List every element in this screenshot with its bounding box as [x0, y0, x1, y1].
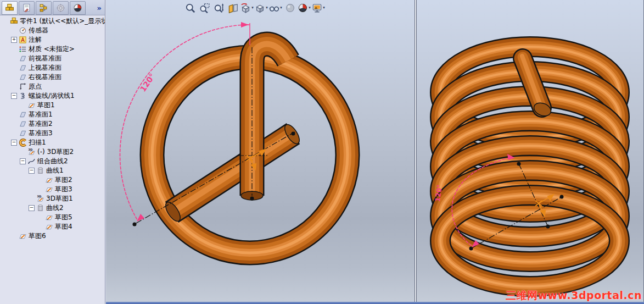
tree-item-10[interactable]: 基准面2 [0, 119, 105, 129]
dropdown-arrow-icon[interactable]: ▾ [251, 5, 254, 10]
tree-item-label: 草图4 [55, 222, 72, 231]
tree-item-8[interactable]: 草图1 [0, 101, 105, 110]
tree-item-12[interactable]: − 扫描1 [0, 138, 105, 147]
panel-tab-dimxpert[interactable] [53, 1, 69, 15]
tree-item-label: 基准面3 [29, 129, 53, 138]
expand-icon[interactable]: + [11, 37, 17, 43]
plane-icon [19, 129, 27, 137]
tree-item-label: 草图3 [55, 185, 72, 194]
tree-item-root[interactable]: 零件1 (默认<<默认>_显示状态 [0, 16, 105, 26]
tree-item-1[interactable]: + 注解 [0, 35, 105, 45]
collapse-icon[interactable]: − [11, 93, 17, 99]
configuration-manager-tab-icon [39, 3, 48, 13]
tree-item-label: 基准面1 [29, 110, 53, 119]
view-settings-button[interactable]: ▾ [311, 1, 326, 14]
graphics-area: ▾ ▾ ▾ ▾ ▾ [106, 0, 644, 304]
tree-item-label: 草图1 [37, 101, 55, 110]
tree-item-label: 材质 <未指定> [29, 45, 75, 54]
tree-item-2[interactable]: 材质 <未指定> [0, 45, 105, 54]
apply-scene-button[interactable]: ▾ [297, 1, 311, 14]
tree-item-label: 前视基准面 [29, 54, 61, 63]
tree-item-7[interactable]: −螺旋线/涡状线1 [0, 91, 105, 101]
section-view-button[interactable] [226, 1, 240, 14]
panel-tab-bar: » [0, 0, 105, 15]
sketch-icon [45, 213, 53, 222]
tree-item-13[interactable]: 3D(-) 3D草图2 [0, 147, 105, 157]
edit-appearance-icon [285, 3, 295, 13]
sketch3d-icon: 3D [27, 148, 36, 156]
sketch3d-icon: 3D [36, 195, 44, 203]
tree-item-11[interactable]: 基准面3 [0, 129, 105, 138]
svg-text:3D: 3D [28, 148, 32, 151]
panel-tab-configuration-manager[interactable] [36, 1, 52, 15]
tree-item-6[interactable]: 原点 [0, 82, 105, 91]
diagonal-tube-body[interactable] [163, 122, 303, 223]
viewport-front[interactable]: ▾ ▾ ▾ ▾ ▾ [106, 0, 415, 304]
hide-show-items-button[interactable]: ▾ [268, 1, 283, 14]
hide-show-items-icon [269, 3, 279, 13]
sensor-icon [19, 26, 27, 35]
dimxpert-tab-icon [56, 3, 65, 13]
panel-overflow-chevron[interactable]: » [96, 4, 103, 12]
zoom-in-out-icon [214, 3, 224, 13]
tree-item-17[interactable]: 草图3 [0, 185, 105, 194]
plane-icon [19, 64, 27, 72]
part-icon [10, 17, 18, 25]
tree-item-label: 曲线2 [46, 203, 64, 213]
tree-item-label: 扫描1 [29, 138, 46, 147]
feature-manager-panel: » 零件1 (默认<<默认>_显示状态 传感器+ 注解 材质 <未指定>前视基准… [0, 0, 105, 304]
plane-icon [19, 73, 27, 81]
tree-item-14[interactable]: − 组合曲线2 [0, 157, 105, 166]
origin-icon [19, 82, 27, 91]
panel-tab-property-manager[interactable] [19, 1, 35, 15]
tree-item-21[interactable]: 草图4 [0, 222, 105, 231]
tree-item-20[interactable]: 草图5 [0, 213, 105, 222]
zoom-in-out-button[interactable] [211, 1, 226, 14]
svg-text:3D: 3D [37, 195, 41, 198]
plane-icon [19, 110, 27, 119]
collapse-icon[interactable]: − [29, 168, 35, 174]
tree-item-label: 螺旋线/涡状线1 [29, 91, 75, 101]
zoom-to-area-icon [199, 3, 210, 13]
panel-tab-display-manager[interactable] [70, 1, 86, 15]
tree-item-22[interactable]: 草图6 [0, 231, 105, 241]
tree-item-4[interactable]: 上视基准面 [0, 63, 105, 73]
tree-item-9[interactable]: 基准面1 [0, 110, 105, 119]
view-orientation-button[interactable]: ▾ [240, 1, 254, 14]
plane-icon [19, 54, 27, 63]
section-view-icon [228, 3, 238, 13]
features-tab-icon [5, 3, 14, 13]
tree-item-16[interactable]: 草图2 [0, 175, 105, 185]
dropdown-arrow-icon[interactable]: ▾ [323, 5, 325, 10]
angle-dimension-label[interactable]: 120° [138, 72, 157, 93]
viewport-isometric[interactable]: 120° 三维网www.3dportal.cn [417, 0, 644, 304]
collapse-icon[interactable]: − [29, 205, 35, 211]
tree-item-label: (-) 3D草图2 [37, 147, 74, 157]
tree-item-15[interactable]: − 曲线1 [0, 166, 105, 175]
tree-item-label: 传感器 [29, 26, 48, 35]
sketch-icon [45, 176, 53, 184]
edit-appearance-button[interactable] [283, 1, 297, 14]
dropdown-arrow-icon[interactable]: ▾ [280, 5, 282, 10]
dropdown-arrow-icon[interactable]: ▾ [266, 5, 268, 10]
collapse-icon[interactable]: − [11, 140, 17, 146]
tree-item-label: 草图6 [29, 231, 46, 241]
tree-item-19[interactable]: − 曲线2 [0, 203, 105, 213]
tree-item-18[interactable]: 3D3D草图1 [0, 194, 105, 203]
view-toolbar: ▾ ▾ ▾ ▾ ▾ [183, 1, 326, 14]
dropdown-arrow-icon[interactable]: ▾ [309, 5, 311, 10]
zoom-to-area-button[interactable] [197, 1, 211, 14]
collapse-icon[interactable]: − [20, 158, 26, 164]
sketch-icon [45, 223, 53, 231]
tree-item-label: 原点 [29, 82, 42, 91]
zoom-to-fit-button[interactable] [183, 1, 197, 14]
panel-tab-features[interactable] [2, 1, 18, 15]
display-style-button[interactable]: ▾ [254, 1, 268, 14]
tree-item-3[interactable]: 前视基准面 [0, 54, 105, 63]
tree-item-0[interactable]: 传感器 [0, 26, 105, 35]
tree-item-label: 注解 [29, 35, 42, 45]
view-orientation-icon [240, 3, 251, 13]
tree-item-5[interactable]: 右视基准面 [0, 73, 105, 82]
tree-item-label: 零件1 (默认<<默认>_显示状态 [20, 16, 105, 26]
curve-icon [36, 167, 44, 175]
